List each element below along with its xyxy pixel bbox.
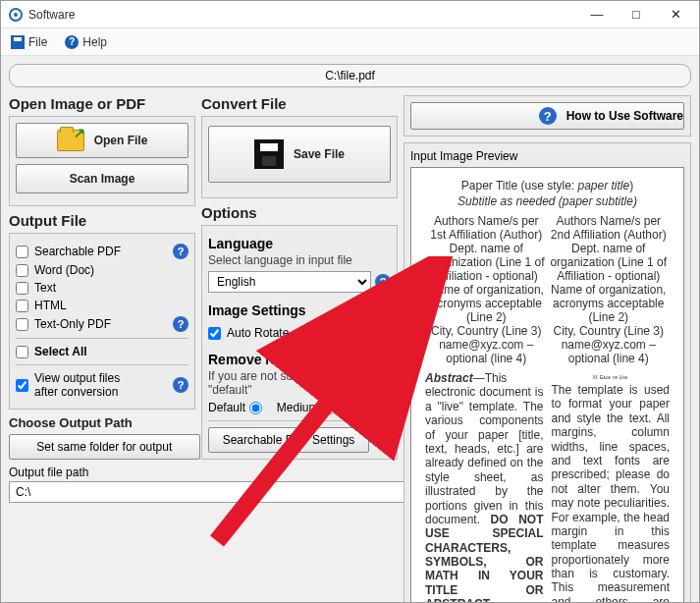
save-icon	[254, 139, 284, 169]
howto-button[interactable]: ? How to Use Software	[410, 102, 684, 130]
image-settings-label: Image Settings	[208, 302, 391, 318]
author-block-2: Authors Name/s per 2nd Affiliation (Auth…	[548, 214, 671, 365]
check-searchable-pdf[interactable]: Searchable PDF?	[16, 244, 188, 259]
disk-icon	[11, 35, 25, 49]
noise-label: Remove Noise in Image	[208, 352, 391, 367]
language-label: Language	[208, 236, 391, 251]
open-heading: Open Image or PDF	[9, 95, 195, 112]
help-icon[interactable]: ?	[173, 377, 188, 393]
label: Text	[34, 281, 56, 295]
author-row: Authors Name/s per 1st Affiliation (Auth…	[425, 214, 670, 365]
label: Searchable PDF Settings	[223, 433, 355, 447]
check-text[interactable]: Text	[16, 281, 188, 295]
close-button[interactable]: ✕	[656, 3, 695, 27]
label: Word (Doc)	[34, 263, 94, 277]
checkbox[interactable]	[16, 318, 28, 331]
noise-hint: If you are not sure, keep it as "default…	[208, 369, 391, 397]
noise-default[interactable]: Default	[208, 401, 262, 414]
maximize-button[interactable]: □	[617, 3, 656, 27]
separator	[208, 420, 391, 421]
menu-file-label: File	[28, 35, 47, 49]
same-folder-button[interactable]: Set same folder for output	[9, 434, 200, 460]
paper-title: Paper Title (use style: paper title)	[425, 178, 670, 192]
label: Select All	[34, 345, 87, 358]
checkbox[interactable]	[16, 379, 28, 392]
open-file-label: Open File	[94, 134, 148, 147]
radio[interactable]	[378, 402, 391, 414]
howto-label: How to Use Software	[566, 109, 683, 123]
author-block-1: Authors Name/s per 1st Affiliation (Auth…	[425, 214, 548, 365]
output-heading: Output File	[9, 212, 195, 229]
menu-bar: File ? Help	[1, 28, 699, 56]
auto-rotate-check[interactable]: Auto Rotate	[208, 326, 297, 340]
checkbox[interactable]	[16, 282, 28, 295]
checkbox[interactable]	[16, 264, 28, 277]
check-select-all[interactable]: Select All	[16, 345, 188, 358]
convert-group: Save File	[201, 116, 398, 198]
label: Default	[208, 401, 245, 414]
label: HTML	[34, 299, 67, 312]
menu-help-label: Help	[82, 35, 107, 49]
label: Auto Rotate	[227, 326, 289, 340]
scan-image-button[interactable]: Scan Image	[16, 164, 188, 193]
check-textonly-pdf[interactable]: Text-Only PDF?	[16, 316, 188, 332]
help-icon[interactable]: ?	[173, 244, 188, 259]
checkbox[interactable]	[301, 327, 314, 340]
convert-heading: Convert File	[201, 95, 398, 112]
language-select[interactable]: English	[208, 271, 371, 293]
separator	[16, 338, 188, 339]
open-file-button[interactable]: Open File	[16, 123, 188, 158]
radio[interactable]	[249, 402, 262, 414]
help-icon[interactable]: ?	[375, 432, 391, 448]
help-icon: ?	[539, 107, 557, 125]
label: Set same folder for output	[36, 440, 172, 454]
checkbox[interactable]	[16, 346, 28, 358]
open-group: Open File Scan Image	[9, 116, 195, 206]
radio[interactable]	[323, 402, 336, 414]
paper-col-left: Abstract—This electronic document is a "…	[425, 371, 544, 603]
options-heading: Options	[201, 204, 398, 221]
label: High	[350, 401, 374, 414]
help-icon[interactable]: ?	[173, 316, 188, 332]
title-bar: Software — □ ✕	[1, 1, 699, 28]
app-icon	[9, 8, 23, 22]
help-icon[interactable]: ?	[375, 274, 391, 290]
output-group: Searchable PDF? Word (Doc) Text HTML Tex…	[9, 233, 195, 410]
label: Text-Only PDF	[34, 317, 111, 331]
separator	[16, 364, 188, 365]
menu-file[interactable]: File	[7, 33, 51, 51]
paper-subtitle: Subtitle as needed (paper subtitle)	[425, 194, 670, 208]
check-word[interactable]: Word (Doc)	[16, 263, 188, 277]
options-group: Language Select language in input file E…	[201, 225, 398, 460]
save-file-button[interactable]: Save File	[208, 126, 391, 183]
label: Searchable PDF	[34, 245, 121, 258]
preview-group: Input Image Preview Paper Title (use sty…	[404, 142, 691, 603]
pdf-settings-button[interactable]: Searchable PDF Settings	[208, 427, 369, 453]
preview-canvas: Paper Title (use style: paper title) Sub…	[410, 167, 684, 603]
output-path-value: C:\	[16, 485, 30, 499]
deskew-check[interactable]: Deskew	[301, 326, 391, 340]
paper-col-right: III. Ease of Use The template is used to…	[552, 371, 671, 603]
howto-group: ? How to Use Software	[404, 95, 691, 137]
file-path-text: C:\file.pdf	[325, 69, 375, 82]
menu-help[interactable]: ? Help	[61, 33, 111, 51]
checkbox[interactable]	[208, 327, 221, 340]
scan-image-label: Scan Image	[70, 172, 135, 186]
check-html[interactable]: HTML	[16, 299, 188, 312]
file-path-bar: C:\file.pdf	[9, 64, 691, 87]
window-title: Software	[28, 8, 577, 22]
paper-body: Abstract—This electronic document is a "…	[425, 371, 670, 603]
save-file-label: Save File	[294, 147, 345, 161]
check-view-output[interactable]: View output files after conversion?	[16, 371, 188, 399]
noise-high[interactable]: High	[350, 401, 391, 414]
minimize-button[interactable]: —	[577, 3, 617, 27]
label: Deskew	[320, 326, 362, 340]
choose-path-heading: Choose Output Path	[9, 415, 195, 430]
folder-icon	[57, 130, 84, 151]
checkbox[interactable]	[16, 300, 28, 312]
label: View output files after conversion	[34, 371, 120, 399]
help-icon: ?	[65, 35, 79, 49]
noise-medium[interactable]: Medium	[277, 401, 336, 414]
checkbox[interactable]	[16, 246, 28, 258]
label: Medium	[277, 401, 319, 414]
